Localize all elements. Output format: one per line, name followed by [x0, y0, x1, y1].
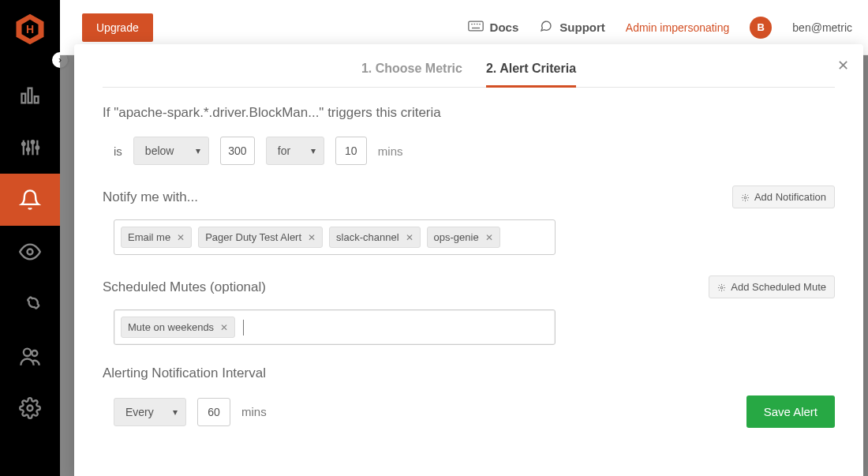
nav-settings[interactable] — [0, 382, 60, 434]
nav-dashboards[interactable] — [0, 69, 60, 122]
duration-unit: mins — [378, 144, 403, 158]
interval-mode-select[interactable]: Every — [114, 398, 186, 426]
threshold-input[interactable] — [220, 137, 255, 165]
avatar[interactable]: B — [750, 17, 772, 39]
tab-choose-metric[interactable]: 1. Choose Metric — [361, 62, 462, 87]
nav-metrics[interactable] — [0, 122, 60, 174]
support-label: Support — [559, 21, 605, 34]
tab-alert-criteria[interactable]: 2. Alert Criteria — [486, 62, 576, 88]
tag-label: Mute on weekends — [128, 321, 214, 333]
keyboard-icon — [468, 21, 484, 34]
app-logo: H — [13, 13, 47, 46]
close-icon: ✕ — [837, 58, 849, 73]
scheduled-mutes-input[interactable]: Mute on weekends✕ — [114, 309, 556, 345]
impersonation-notice: Admin impersonating — [626, 21, 730, 34]
interval-value-input[interactable] — [197, 398, 230, 426]
tag-label: ops-genie — [434, 231, 479, 243]
tag[interactable]: ops-genie✕ — [427, 227, 500, 248]
tag-label: Pager Duty Test Alert — [205, 231, 301, 243]
svg-point-16 — [32, 350, 37, 356]
svg-point-11 — [27, 148, 30, 152]
remove-tag-icon[interactable]: ✕ — [220, 322, 228, 333]
nav-alerts[interactable] — [0, 174, 60, 226]
alert-criteria-modal: ✕ 1. Choose Metric 2. Alert Criteria If … — [74, 44, 863, 476]
svg-text:H: H — [26, 23, 34, 36]
nav-watch[interactable] — [0, 226, 60, 278]
nav-integrations[interactable] — [0, 278, 60, 330]
svg-point-17 — [28, 406, 33, 411]
comparator-value: below — [145, 144, 174, 157]
for-select[interactable]: for — [266, 137, 324, 165]
svg-point-25 — [720, 287, 723, 289]
svg-rect-3 — [22, 94, 26, 103]
docs-label: Docs — [490, 21, 519, 34]
notification-targets-input[interactable]: Email me✕Pager Duty Test Alert✕slack-cha… — [114, 219, 556, 255]
svg-point-13 — [36, 146, 39, 149]
duration-input[interactable] — [335, 137, 367, 165]
close-button[interactable]: ✕ — [837, 57, 849, 74]
user-email[interactable]: ben@metric — [792, 21, 852, 34]
interval-unit: mins — [241, 405, 267, 418]
svg-point-24 — [744, 197, 746, 199]
sidebar: H › — [0, 0, 60, 476]
tag[interactable]: slack-channel✕ — [329, 227, 421, 248]
add-notification-button[interactable]: Add Notification — [732, 186, 835, 208]
add-mute-label: Add Scheduled Mute — [731, 281, 826, 293]
is-label: is — [114, 144, 122, 158]
nav-team[interactable] — [0, 330, 60, 382]
comparator-select[interactable]: below — [133, 137, 209, 165]
notify-section-title: Notify me with... — [103, 189, 198, 205]
add-scheduled-mute-button[interactable]: Add Scheduled Mute — [709, 275, 835, 298]
criteria-row: is below for mins — [103, 137, 835, 165]
gear-icon — [741, 193, 750, 201]
interval-section-title: Alerting Notification Interval — [103, 365, 835, 381]
tag-label: Email me — [128, 231, 170, 243]
criteria-description: If "apache-spark.*.driver.BlockMan..." t… — [103, 105, 835, 121]
remove-tag-icon[interactable]: ✕ — [177, 232, 185, 243]
tag[interactable]: Mute on weekends✕ — [121, 317, 235, 338]
remove-tag-icon[interactable]: ✕ — [485, 232, 493, 243]
interval-mode-value: Every — [125, 406, 154, 418]
add-notification-label: Add Notification — [754, 191, 826, 203]
support-link[interactable]: Support — [539, 20, 605, 35]
gear-icon — [717, 283, 726, 291]
chat-icon — [539, 20, 553, 35]
svg-rect-4 — [28, 88, 32, 103]
svg-rect-18 — [468, 21, 482, 31]
modal-tabs: 1. Choose Metric 2. Alert Criteria — [103, 62, 835, 88]
svg-point-10 — [22, 143, 25, 146]
remove-tag-icon[interactable]: ✕ — [308, 232, 316, 243]
upgrade-button[interactable]: Upgrade — [82, 13, 153, 42]
interval-controls: Every mins — [114, 398, 267, 426]
save-alert-button[interactable]: Save Alert — [746, 395, 835, 428]
tag[interactable]: Pager Duty Test Alert✕ — [198, 227, 323, 248]
svg-point-14 — [28, 249, 33, 255]
tag[interactable]: Email me✕ — [121, 227, 192, 248]
svg-rect-5 — [35, 96, 39, 103]
docs-link[interactable]: Docs — [468, 21, 519, 34]
tag-label: slack-channel — [336, 231, 399, 243]
mutes-section-title: Scheduled Mutes (optional) — [103, 279, 266, 295]
remove-tag-icon[interactable]: ✕ — [406, 232, 413, 243]
for-label: for — [278, 144, 290, 157]
svg-point-12 — [32, 141, 35, 144]
svg-point-15 — [24, 349, 31, 356]
text-cursor — [243, 320, 244, 335]
